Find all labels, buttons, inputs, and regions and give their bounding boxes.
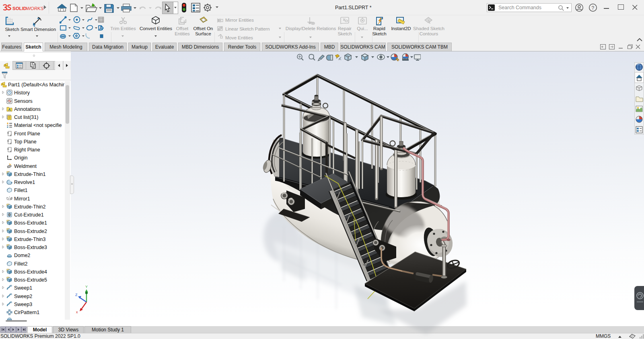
svg-text:x: x — [76, 310, 78, 314]
svg-text:A: A — [339, 57, 341, 61]
svg-text:Y: Y — [85, 285, 88, 289]
svg-text:A: A — [8, 108, 11, 112]
svg-text:Z: Z — [75, 293, 78, 297]
